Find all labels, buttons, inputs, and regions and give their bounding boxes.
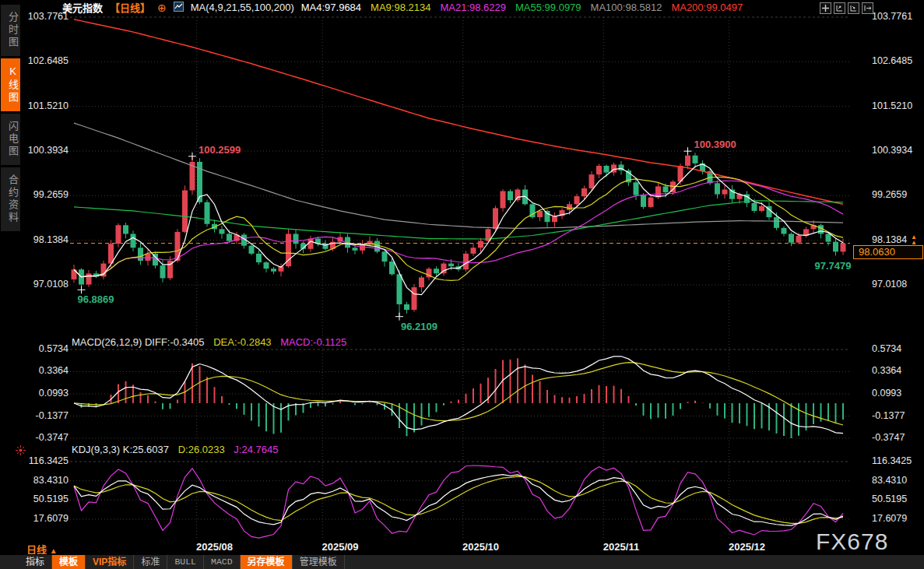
macd-macd-value: MACD:-0.1125 [280,336,346,348]
candle [641,195,646,207]
candle [581,188,587,196]
candle [271,269,276,272]
ma55-line [74,201,843,239]
candle [537,211,543,217]
period-tag[interactable]: 【日线】 [110,0,150,15]
sidebar-item-3[interactable]: 合约资料 [1,167,20,231]
candle [634,182,639,195]
candle [774,217,779,228]
ma-value-4: MA100:98.5812 [591,2,662,13]
chart-style-icon[interactable] [174,2,184,14]
candle [256,254,262,262]
extreme-cross-marker [395,313,403,321]
add-indicator-icon[interactable]: ⊕ [157,2,167,14]
candle [382,251,388,262]
kdj-j-value: J:24.7645 [234,444,278,455]
ma-values: MA4:97.9684MA9:98.2134MA21:98.6229MA55:9… [301,2,743,13]
candle [448,264,454,267]
candle [478,241,483,248]
current-price-box[interactable]: 98.0630 [853,245,923,259]
candle [796,236,802,243]
candles-layer [72,19,846,317]
indicator-marker-icon[interactable] [16,444,26,458]
candle [463,254,469,269]
toolbar-tab-标准[interactable]: 标准 [134,555,167,569]
kdj-k-value: K:25.6037 [123,444,169,455]
candle [501,191,506,209]
candle [389,262,395,274]
candle [353,248,358,251]
candle [220,229,225,234]
kdj-header[interactable]: KDJ(9,3,3) K:25.6037 D:26.0233 J:24.7645 [72,444,278,455]
candle [160,265,166,278]
ma-value-3: MA55:99.0979 [515,2,581,13]
left-sidebar: 分时图K线图闪电图合约资料 [0,0,21,231]
sidebar-item-2[interactable]: 闪电图 [1,114,20,165]
macd-params: MACD(26,12,9) [72,336,142,348]
candle [116,225,121,244]
move-crosshair-icon[interactable] [820,2,831,14]
candle [293,234,299,244]
kdj-d-value: D:26.0233 [178,444,225,455]
candle [138,248,143,261]
bottom-toolbar: 指标模板VIP指标标准BULLMACD另存模板管理模板 [0,554,924,569]
chart-tools [820,2,873,14]
candle [227,234,232,241]
scale-axis-left-icon[interactable] [834,2,845,14]
candle [471,248,476,254]
ma-settings-label[interactable]: MA(4,9,21,55,100,200) [191,2,294,13]
extreme-cross-marker [78,286,86,293]
candle [693,156,698,163]
toolbar-tab-管理模板[interactable]: 管理模板 [293,555,345,569]
candle [715,183,720,194]
ma200-line [74,19,843,204]
kdj-layer [74,465,843,538]
candle [722,189,728,194]
candle [648,198,654,207]
chart-canvas[interactable] [0,0,924,569]
candle [131,234,136,248]
kdj-params: KDJ(9,3,3) [72,444,120,455]
extreme-cross-marker [188,153,196,160]
toolbar-tab-MACD[interactable]: MACD [204,555,241,569]
candle [596,166,602,174]
candle [412,287,417,310]
toolbar-tab-模板[interactable]: 模板 [52,555,86,569]
ma100-line [74,123,843,228]
candle [397,274,402,304]
candle [249,246,255,254]
candle [759,206,764,211]
top-bar: 美元指数 【日线】 ⊕ MA(4,9,21,55,100,200) MA4:97… [62,1,743,14]
toolbar-tab-另存模板[interactable]: 另存模板 [241,555,293,569]
candle [508,191,513,201]
toolbar-tab-指标[interactable]: 指标 [19,555,52,569]
sidebar-item-1[interactable]: K线图 [1,58,20,111]
ma4-line [74,164,843,295]
ma-value-2: MA21:98.6229 [440,2,506,13]
candle [434,269,439,273]
price-up-arrows-icon: ▲▲ [911,234,917,245]
candle [515,189,521,200]
watermark: FX678 [816,529,888,555]
candle [789,234,794,242]
candle [493,208,498,229]
candle [663,186,669,192]
trading-app-window: 分时图K线图闪电图合约资料 美元指数 【日线】 ⊕ MA(4,9,21,55,1… [0,0,924,569]
scale-axis-right-icon[interactable] [848,2,859,14]
candle [567,204,572,210]
candle [205,202,210,224]
toolbar-tab-VIP指标[interactable]: VIP指标 [86,555,134,569]
sidebar-item-0[interactable]: 分时图 [1,5,20,56]
candle [182,191,188,232]
candle [589,174,595,188]
macd-header[interactable]: MACD(26,12,9) DIFF:-0.3405 DEA:-0.2843 M… [72,336,346,348]
exit-fullscreen-icon[interactable] [862,2,873,14]
ma-value-5: MA200:99.0497 [671,2,743,13]
candle [123,225,128,234]
candle [404,304,409,310]
extreme-cross-marker [684,147,692,155]
ma-value-1: MA9:98.2134 [371,2,430,13]
candle [833,242,838,252]
candle [264,262,269,269]
toolbar-tab-BULL[interactable]: BULL [167,555,204,569]
